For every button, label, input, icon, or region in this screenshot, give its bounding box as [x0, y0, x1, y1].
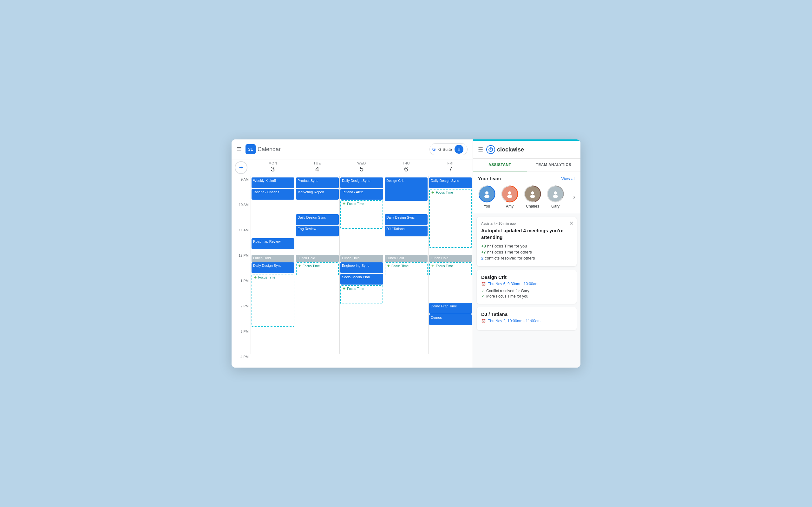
event-lunch-hold-mon[interactable]: Lunch Hold	[252, 255, 294, 262]
day-column-fri: Daily Design Sync ✚ Focus Time Lunch Hol…	[428, 176, 473, 354]
days-header: + MON 3 TUE 4 WED 5 THU 6	[232, 159, 473, 176]
meeting-detail-2-design-crit: ✓ More Focus Time for you	[481, 294, 572, 298]
day-num-tue: 4	[295, 165, 339, 173]
event-daily-design-sync-wed[interactable]: Daily Design Sync	[340, 177, 383, 188]
event-social-media-plan[interactable]: Social Media Plan	[340, 274, 383, 285]
team-member-you[interactable]: You	[478, 185, 496, 209]
member-name-amy: Amy	[506, 204, 513, 209]
event-eng-review[interactable]: Eng Review	[296, 226, 339, 236]
cw-hamburger-icon[interactable]: ☰	[478, 146, 483, 153]
time-11am: 11 AM	[232, 227, 251, 252]
meeting-detail-1-design-crit: ✓ Conflict resolved for Gary	[481, 289, 572, 293]
team-section: Your team View all	[473, 171, 580, 213]
event-daily-design-sync-tue[interactable]: Daily Design Sync	[296, 214, 339, 225]
clockwise-panel: ☰ clockwise ASSISTANT TEAM ANALYTICS	[473, 139, 580, 368]
detail-text-1: Conflict resolved for Gary	[486, 289, 529, 293]
member-avatar-wrap-charles	[524, 185, 542, 203]
team-member-gary[interactable]: Gary	[547, 185, 564, 209]
member-avatar-wrap-amy	[501, 185, 519, 203]
meeting-time-text-design-crit: Thu Nov 6, 9:30am - 10:00am	[488, 282, 538, 286]
meeting-time-text-dj-tatiana: Thu Nov 2, 10:00am - 11:00am	[488, 319, 541, 323]
event-demo-prep-time[interactable]: Demo Prep Time	[429, 303, 472, 314]
event-focus-time-mon[interactable]: ✚ Focus Time	[252, 274, 294, 327]
event-lunch-hold-wed[interactable]: Lunch Hold	[340, 255, 383, 262]
time-3pm: 3 PM	[232, 328, 251, 354]
calendar-header: ☰ 31 Calendar G G Suite U	[232, 139, 473, 159]
event-focus-time-tue[interactable]: ✚ Focus Time	[296, 262, 339, 276]
clock-icon-design-crit: ⏰	[481, 282, 486, 286]
team-member-charles[interactable]: Charles	[524, 185, 542, 209]
notification-title: Autopilot updated 4 meetings you're atte…	[481, 227, 572, 240]
event-weekly-kickoff[interactable]: Weekly Kickoff	[252, 177, 294, 188]
team-member-amy[interactable]: Amy	[501, 185, 519, 209]
event-focus-time-thu[interactable]: ✚ Focus Time	[385, 262, 427, 276]
tab-team-analytics[interactable]: TEAM ANALYTICS	[527, 159, 581, 171]
calendar-logo-box: 31	[246, 144, 256, 154]
event-focus-time-fri-2[interactable]: ✚ Focus Time	[429, 262, 472, 276]
meeting-time-dj-tatiana: ⏰ Thu Nov 2, 10:00am - 11:00am	[481, 319, 572, 323]
time-12pm: 12 PM	[232, 252, 251, 278]
hamburger-icon[interactable]: ☰	[237, 146, 242, 153]
gsuite-button[interactable]: G G Suite U	[429, 143, 467, 155]
calendar-logo: 31 Calendar	[246, 144, 281, 154]
team-header: Your team View all	[478, 176, 575, 181]
member-avatar-wrap-you	[478, 185, 496, 203]
event-lunch-hold-fri[interactable]: Lunch Hold	[429, 255, 472, 262]
clockwise-logo: clockwise	[486, 145, 524, 154]
time-labels: 9 AM 10 AM 11 AM 12 PM 1 PM 2 PM 3 PM 4 …	[232, 176, 251, 368]
event-demos[interactable]: Demos	[429, 314, 472, 325]
clockwise-logo-icon	[486, 145, 495, 154]
event-product-sync[interactable]: Product Sync	[296, 177, 339, 188]
svg-point-11	[531, 191, 534, 194]
event-lunch-hold-thu[interactable]: Lunch Hold	[385, 255, 427, 262]
day-col-wed: WED 5	[339, 161, 384, 174]
event-tatiana-alex[interactable]: Tatiana / Alex	[340, 189, 383, 200]
event-dj-tatiana[interactable]: DJ / Tatiana	[385, 226, 427, 236]
add-event-button[interactable]: +	[235, 161, 247, 174]
day-column-thu: Design Crit Daily Design Sync DJ / Tatia…	[384, 176, 428, 354]
event-marketing-report[interactable]: Marketing Report	[296, 189, 339, 200]
clockwise-tabs: ASSISTANT TEAM ANALYTICS	[473, 159, 580, 171]
svg-point-8	[507, 195, 512, 198]
time-10am: 10 AM	[232, 202, 251, 227]
event-focus-time-wed-2[interactable]: ✚ Focus Time	[340, 285, 383, 304]
team-chevron-right[interactable]: ›	[573, 193, 575, 201]
clock-icon-dj-tatiana: ⏰	[481, 319, 486, 323]
check-icon-1: ✓	[481, 289, 484, 293]
stat-text-2: hr Focus Time for others	[487, 250, 532, 255]
event-roadmap-review[interactable]: Roadmap Review	[252, 238, 294, 249]
event-daily-design-sync-mon[interactable]: Daily Design Sync	[252, 262, 294, 273]
calendar-body: + MON 3 TUE 4 WED 5 THU 6	[232, 159, 473, 368]
time-1pm: 1 PM	[232, 278, 251, 303]
meeting-card-dj-tatiana[interactable]: DJ / Tatiana ⏰ Thu Nov 2, 10:00am - 11:0…	[477, 307, 577, 330]
svg-point-7	[508, 191, 511, 194]
notification-meta: Assistant • 10 min ago	[481, 222, 572, 225]
svg-point-3	[485, 191, 489, 194]
stat-text-3: conflicts resolved for others	[485, 256, 535, 261]
svg-point-4	[484, 195, 490, 198]
event-tatiana-charles[interactable]: Tatiana / Charles	[252, 189, 294, 200]
event-daily-design-sync-fri[interactable]: Daily Design Sync	[429, 177, 472, 188]
member-avatar-amy	[502, 186, 517, 202]
clockwise-logo-text: clockwise	[497, 147, 524, 153]
day-num-fri: 7	[428, 165, 473, 173]
team-members-list: You Amy	[478, 185, 575, 209]
gsuite-g-letter: G	[432, 147, 436, 152]
event-engineering-sync[interactable]: Engineering Sync	[340, 262, 383, 273]
day-col-fri: FRI 7	[428, 161, 473, 174]
stat-text-1: hr Focus Time for you	[487, 244, 527, 248]
tab-assistant[interactable]: ASSISTANT	[473, 159, 527, 171]
event-lunch-hold-tue[interactable]: Lunch Hold	[296, 255, 339, 262]
notification-close-button[interactable]: ✕	[569, 220, 573, 226]
event-focus-time-wed-1[interactable]: ✚ Focus Time	[340, 200, 383, 229]
day-num-wed: 5	[339, 165, 384, 173]
day-column-wed: Daily Design Sync Tatiana / Alex ✚ Focus…	[339, 176, 384, 354]
event-daily-design-sync-thu[interactable]: Daily Design Sync	[385, 214, 427, 225]
event-focus-time-fri-1[interactable]: ✚ Focus Time	[429, 189, 472, 248]
notification-stat-2: +7 hr Focus Time for others	[481, 250, 572, 255]
meeting-card-design-crit[interactable]: Design Crit ⏰ Thu Nov 6, 9:30am - 10:00a…	[477, 270, 577, 304]
day-col-mon: MON 3	[251, 161, 295, 174]
member-name-you: You	[484, 204, 490, 209]
event-design-crit[interactable]: Design Crit	[385, 177, 427, 201]
view-all-link[interactable]: View all	[561, 176, 575, 181]
